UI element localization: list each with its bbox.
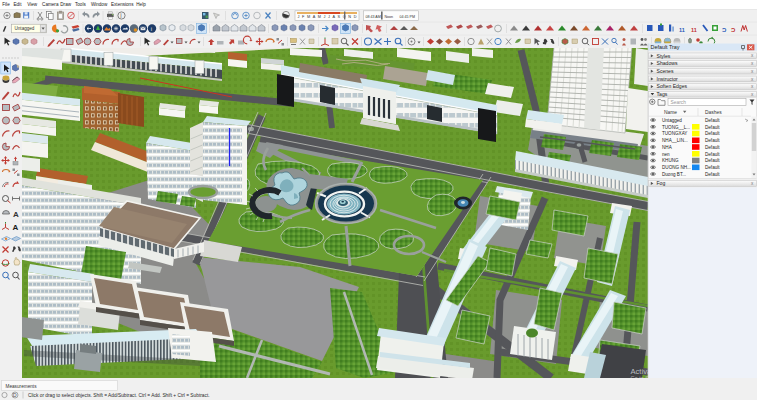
svg-text:Default: Default: [705, 125, 720, 130]
svg-text:Ɔ: Ɔ: [731, 27, 736, 33]
svg-text:Default: Default: [705, 165, 720, 170]
svg-text:Soften Edges: Soften Edges: [657, 83, 688, 89]
svg-text:i: i: [151, 26, 152, 32]
svg-text:Dashes: Dashes: [705, 110, 722, 115]
svg-text:J F M A M J J A S O N D: J F M A M J J A S O N D: [298, 15, 357, 19]
svg-text:Scenes: Scenes: [657, 68, 674, 74]
svg-text:TUONGXAY: TUONGXAY: [662, 131, 687, 136]
svg-text:i: i: [120, 12, 121, 19]
svg-text:A: A: [13, 210, 19, 219]
svg-text:Instructor: Instructor: [657, 76, 679, 82]
svg-text:View: View: [27, 2, 38, 7]
svg-text:Default: Default: [705, 131, 720, 136]
svg-text:NHA: NHA: [662, 145, 673, 150]
svg-text:KHUNG: KHUNG: [662, 158, 679, 163]
svg-text:Untagged: Untagged: [662, 118, 682, 123]
svg-text:A: A: [13, 223, 19, 232]
svg-text:Extensions: Extensions: [111, 2, 134, 7]
svg-text:Tools: Tools: [75, 2, 86, 7]
svg-text:08:43 AM: 08:43 AM: [366, 15, 381, 19]
svg-text:Search: Search: [671, 100, 687, 105]
svg-text:Name: Name: [664, 110, 677, 115]
svg-text:Duong BT...: Duong BT...: [662, 172, 686, 177]
svg-text:Default Tray: Default Tray: [651, 44, 680, 50]
svg-text:Default: Default: [705, 172, 720, 177]
svg-text:nen: nen: [662, 152, 670, 157]
svg-text:11: 11: [679, 27, 685, 33]
svg-text:NHA__LIN...: NHA__LIN...: [662, 138, 688, 143]
svg-text:Default: Default: [705, 145, 720, 150]
svg-text:Edit: Edit: [14, 2, 23, 7]
svg-text:04:45 PM: 04:45 PM: [400, 15, 415, 19]
svg-text:Draw: Draw: [60, 2, 71, 7]
svg-text:Click or drag to select object: Click or drag to select objects. Shift =…: [28, 393, 210, 398]
svg-text:Default: Default: [705, 118, 720, 123]
svg-text:Default: Default: [705, 158, 720, 163]
svg-text:Ɔ: Ɔ: [722, 27, 727, 33]
svg-text:Help: Help: [136, 2, 146, 7]
svg-text:Default: Default: [705, 152, 720, 157]
svg-text:11: 11: [691, 27, 697, 33]
svg-text:Default: Default: [705, 138, 720, 143]
svg-text:Measurements: Measurements: [6, 384, 38, 389]
svg-text:Fog: Fog: [657, 180, 666, 186]
svg-text:Tags: Tags: [657, 91, 668, 97]
svg-text:DUONG NH...: DUONG NH...: [662, 165, 691, 170]
svg-text:Camera: Camera: [42, 2, 59, 7]
svg-text:File: File: [2, 2, 10, 7]
svg-text:Styles: Styles: [657, 53, 671, 59]
svg-text:Shadows: Shadows: [657, 60, 678, 66]
svg-text:Window: Window: [91, 2, 108, 7]
svg-text:TUONG__L...: TUONG__L...: [662, 125, 690, 130]
svg-text:Noon: Noon: [385, 15, 394, 19]
svg-text:D: D: [13, 392, 17, 398]
svg-text:Untagged: Untagged: [15, 26, 35, 31]
